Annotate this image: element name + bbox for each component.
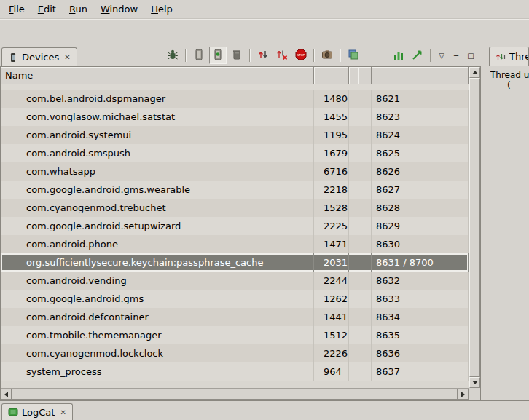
bottom-tab-area: LogCat ✕	[0, 400, 529, 420]
tab-logcat[interactable]: LogCat ✕	[1, 403, 73, 420]
header-pid[interactable]	[314, 67, 349, 84]
debug-process-button[interactable]	[164, 47, 181, 64]
stop-profiling-button[interactable]	[273, 47, 291, 64]
empty-cell	[349, 362, 358, 381]
process-row[interactable]: com.tmobile.thememanager 1512 8635	[1, 326, 469, 344]
view-hierarchy-button[interactable]	[345, 47, 362, 64]
header-col4[interactable]	[358, 67, 372, 84]
stop-process-button[interactable]: STOP	[292, 47, 310, 64]
process-row[interactable]: com.google.android.gms.wearable 22185 86…	[1, 181, 469, 199]
empty-cell	[349, 344, 358, 362]
phone-heap-icon	[212, 49, 224, 63]
process-port-cell: 8629	[372, 217, 469, 235]
line-chart-icon	[412, 49, 423, 63]
bar-chart-icon	[393, 49, 404, 63]
maximize-button[interactable]: □	[463, 49, 478, 62]
empty-cell	[349, 290, 358, 308]
empty-cell	[358, 272, 372, 290]
down-arrow-icon	[472, 381, 478, 384]
close-icon[interactable]: ✕	[64, 53, 70, 61]
process-row[interactable]: com.bel.android.dspmanager 1480 8621	[1, 90, 469, 108]
process-row[interactable]: org.sufficientlysecure.keychain:passphra…	[1, 253, 469, 272]
process-row[interactable]: com.cyanogenmod.lockclock 22265 8636	[1, 344, 469, 362]
process-row[interactable]: com.cyanogenmod.trebuchet 1528 8628	[1, 199, 469, 217]
dump-hprof-button[interactable]	[209, 47, 227, 64]
threads-message-line2: (	[507, 80, 511, 90]
empty-cell	[358, 162, 372, 181]
phone-icon	[193, 49, 205, 63]
menu-help[interactable]: Help	[144, 1, 179, 17]
process-pid-cell: 22250	[314, 217, 349, 235]
close-icon[interactable]: ✕	[60, 408, 66, 416]
update-heap-button[interactable]	[190, 47, 208, 64]
toolbar-separator	[313, 49, 315, 62]
empty-cell	[358, 217, 372, 235]
process-name-cell: com.whatsapp	[1, 162, 314, 181]
layers-icon	[348, 49, 359, 63]
cause-gc-button[interactable]	[228, 47, 246, 64]
header-col3[interactable]	[349, 67, 358, 84]
process-row[interactable]: com.vonglasow.michael.satstat 14553 8623	[1, 108, 469, 126]
menu-edit[interactable]: Edit	[31, 1, 63, 17]
process-port-cell: 8626	[372, 162, 469, 181]
sysinfo-button[interactable]	[390, 47, 407, 64]
process-port-cell: 8636	[372, 344, 469, 362]
process-name-cell: com.google.android.gms.wearable	[1, 181, 314, 199]
menu-run[interactable]: Run	[63, 1, 94, 17]
empty-cell	[349, 144, 358, 162]
network-stats-button[interactable]	[409, 47, 426, 64]
process-row[interactable]: com.android.phone 1471 8630	[1, 235, 469, 253]
header-name[interactable]: Name	[1, 67, 314, 84]
horizontal-scroll-thumb[interactable]	[12, 389, 458, 400]
process-row[interactable]: com.google.android.gms 12623 8633	[1, 290, 469, 308]
process-row[interactable]: com.google.android.setupwizard 22250 862…	[1, 217, 469, 235]
empty-cell	[358, 126, 372, 144]
process-row[interactable]: com.android.systemui 1195 8624	[1, 126, 469, 144]
empty-cell	[349, 308, 358, 326]
logcat-tab-label: LogCat	[22, 407, 55, 418]
process-name-cell: com.android.vending	[1, 272, 314, 290]
device-icon	[8, 52, 18, 63]
process-pid-cell: 22440	[314, 272, 349, 290]
scrollbar-corner	[469, 388, 480, 400]
vertical-scroll-thumb[interactable]	[469, 78, 480, 377]
view-menu-button[interactable]: ▽	[434, 49, 449, 62]
threads-arrows-icon	[257, 49, 269, 63]
scroll-up-button[interactable]	[469, 67, 480, 78]
process-row[interactable]: com.android.vending 22440 8632	[1, 272, 469, 290]
process-port-cell: 8621	[372, 90, 469, 108]
empty-cell	[358, 326, 372, 344]
empty-cell	[349, 253, 358, 272]
process-row[interactable]: com.whatsapp 6716 8626	[1, 162, 469, 181]
process-row[interactable]: com.android.smspush 1679 8625	[1, 144, 469, 162]
menu-window[interactable]: Window	[94, 1, 144, 17]
threads-stop-icon	[276, 49, 288, 63]
header-port[interactable]	[372, 67, 469, 84]
scroll-down-button[interactable]	[469, 377, 480, 388]
vertical-scrollbar[interactable]	[469, 67, 480, 388]
threads-panel: Threads Thread up (	[487, 44, 529, 400]
tab-threads[interactable]: Threads	[489, 47, 529, 66]
empty-cell	[358, 108, 372, 126]
process-row[interactable]: system_process 964 8637	[1, 362, 469, 381]
horizontal-scrollbar[interactable]	[1, 388, 469, 400]
menu-file[interactable]: File	[2, 1, 31, 17]
empty-cell	[349, 326, 358, 344]
process-port-cell: 8625	[372, 144, 469, 162]
empty-cell	[358, 253, 372, 272]
minimize-button[interactable]: ─	[449, 49, 463, 62]
process-port-cell: 8637	[372, 362, 469, 381]
scroll-right-button[interactable]	[458, 389, 469, 400]
tab-devices[interactable]: Devices ✕	[1, 47, 77, 66]
update-threads-button[interactable]	[254, 47, 272, 64]
process-port-cell: 8634	[372, 308, 469, 326]
process-pid-cell: 14411	[314, 308, 349, 326]
panel-sash[interactable]	[481, 44, 487, 400]
screen-capture-button[interactable]	[318, 47, 336, 64]
scroll-left-button[interactable]	[1, 389, 12, 400]
process-name-cell: com.android.phone	[1, 235, 314, 253]
process-row[interactable]: com.android.defcontainer 14411 8634	[1, 308, 469, 326]
process-name-cell: com.google.android.setupwizard	[1, 217, 314, 235]
empty-cell	[358, 235, 372, 253]
process-port-cell: 8630	[372, 235, 469, 253]
